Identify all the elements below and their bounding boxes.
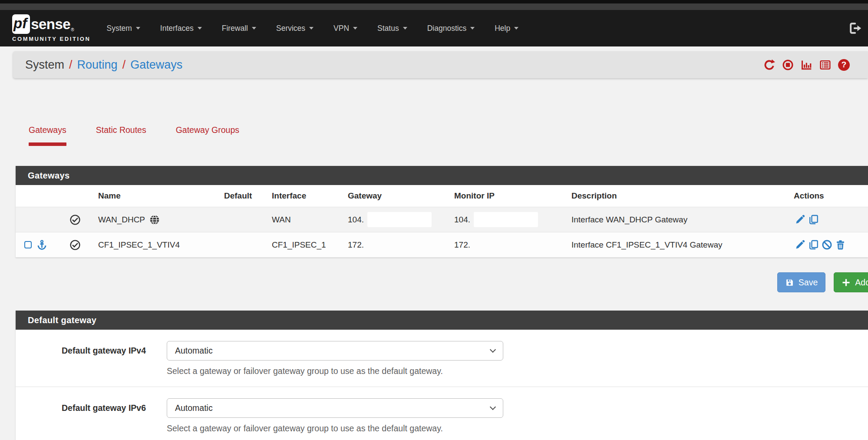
- logo-pf: pf: [12, 14, 30, 34]
- chevron-down-icon: [514, 27, 518, 30]
- table-row: CF1_IPSEC_1_VTIV4 CF1_IPSEC_1 172. 172. …: [16, 232, 868, 258]
- nav-menu-services[interactable]: Services: [266, 24, 323, 33]
- chevron-down-icon: [198, 27, 202, 30]
- column-interface: Interface: [263, 185, 339, 207]
- window-top-strip: [0, 0, 868, 3]
- chevron-down-icon: [136, 27, 140, 30]
- nav-menu-firewall[interactable]: Firewall: [212, 24, 266, 33]
- breadcrumb-separator: /: [122, 58, 126, 72]
- default-cell: [215, 232, 263, 258]
- selected-value: Automatic: [175, 346, 213, 356]
- redacted-value: [367, 212, 432, 227]
- status-enabled-icon: [69, 239, 81, 251]
- monitor-ip: 104.: [454, 215, 470, 225]
- gateway-name: WAN_DHCP: [98, 215, 145, 225]
- gateways-table: Name Default Interface Gateway Monitor I…: [16, 185, 868, 258]
- field-help-text: Select a gateway or failover gateway gro…: [167, 423, 503, 433]
- nav-menu-label: Help: [495, 24, 510, 33]
- nav-menu-help[interactable]: Help: [485, 24, 528, 33]
- logo-edition: COMMUNITY EDITION: [12, 36, 90, 42]
- breadcrumb-section: System: [25, 58, 64, 72]
- chevron-down-icon: [403, 27, 407, 30]
- logo-registered-mark: ®: [71, 27, 74, 32]
- nav-menu-label: Firewall: [222, 24, 248, 33]
- breadcrumb-separator: /: [69, 58, 73, 72]
- pfsense-logo: pf sense ® COMMUNITY EDITION: [12, 14, 90, 42]
- save-icon: [785, 278, 794, 287]
- top-navbar: pf sense ® COMMUNITY EDITION System Inte…: [0, 10, 868, 46]
- copy-icon[interactable]: [808, 239, 819, 250]
- nav-menu-interfaces[interactable]: Interfaces: [150, 24, 212, 33]
- add-button[interactable]: Add: [834, 272, 868, 292]
- disable-icon[interactable]: [822, 239, 832, 250]
- nav-menu-label: Status: [377, 24, 399, 33]
- description-cell: Interface WAN_DHCP Gateway: [563, 207, 793, 232]
- table-header-row: Name Default Interface Gateway Monitor I…: [16, 185, 868, 207]
- row-checkbox[interactable]: [24, 241, 32, 248]
- save-button[interactable]: Save: [777, 272, 825, 292]
- nav-menu-label: Interfaces: [160, 24, 194, 33]
- stop-icon[interactable]: [782, 59, 794, 71]
- logo-sense: sense: [31, 16, 70, 33]
- main-menu: System Interfaces Firewall Services VPN …: [96, 24, 528, 33]
- sign-out-icon[interactable]: [849, 22, 862, 35]
- edit-icon[interactable]: [795, 214, 805, 225]
- default-gateway-ipv6-row: Default gateway IPv6 Automatic Select a …: [16, 387, 868, 440]
- field-label: Default gateway IPv4: [16, 341, 146, 387]
- default-gateway-ipv4-row: Default gateway IPv4 Automatic Select a …: [16, 330, 868, 387]
- tab-static-routes[interactable]: Static Routes: [83, 125, 159, 146]
- monitor-ip: 172.: [446, 232, 563, 258]
- nav-menu-label: System: [106, 24, 132, 33]
- breadcrumb-link-gateways[interactable]: Gateways: [130, 58, 182, 72]
- field-label: Default gateway IPv6: [16, 398, 146, 440]
- log-icon[interactable]: [819, 59, 831, 71]
- gateway-name: CF1_IPSEC_1_VTIV4: [89, 232, 215, 258]
- delete-icon[interactable]: [835, 239, 846, 250]
- nav-menu-status[interactable]: Status: [367, 24, 417, 33]
- plus-icon: [842, 278, 851, 287]
- nav-menu-system[interactable]: System: [96, 24, 150, 33]
- add-button-label: Add: [855, 278, 868, 288]
- tab-label: Gateways: [29, 125, 66, 135]
- edit-icon[interactable]: [795, 239, 805, 250]
- gateway-ip: 104.: [348, 215, 364, 225]
- help-icon[interactable]: ?: [838, 59, 850, 71]
- panel-title: Gateways: [16, 166, 868, 185]
- window-title-strip: [0, 3, 868, 10]
- interface-cell: WAN: [263, 207, 339, 232]
- chevron-down-icon: [309, 27, 314, 30]
- routing-tabs: Gateways Static Routes Gateway Groups: [16, 125, 868, 146]
- nav-menu-label: Diagnostics: [427, 24, 466, 33]
- tab-label: Gateway Groups: [176, 125, 239, 135]
- breadcrumb-link-routing[interactable]: Routing: [77, 58, 118, 72]
- default-gateway-ipv6-select[interactable]: Automatic: [167, 398, 503, 418]
- tab-gateway-groups[interactable]: Gateway Groups: [163, 125, 252, 146]
- interface-cell: CF1_IPSEC_1: [263, 232, 339, 258]
- redacted-value: [474, 212, 538, 227]
- nav-menu-diagnostics[interactable]: Diagnostics: [417, 24, 485, 33]
- selected-value: Automatic: [175, 403, 213, 413]
- nav-menu-vpn[interactable]: VPN: [323, 24, 367, 33]
- breadcrumb: System / Routing / Gateways: [25, 58, 182, 72]
- chevron-down-icon: [252, 27, 256, 30]
- copy-icon[interactable]: [808, 214, 819, 225]
- column-actions: Actions: [793, 185, 868, 207]
- tab-gateways[interactable]: Gateways: [16, 125, 79, 146]
- breadcrumb-panel: System / Routing / Gateways: [13, 51, 868, 78]
- column-select: [16, 185, 89, 207]
- default-cell: [215, 207, 263, 232]
- anchor-icon[interactable]: [36, 239, 47, 250]
- status-enabled-icon: [69, 214, 81, 225]
- default-gateway-ipv4-select[interactable]: Automatic: [167, 341, 503, 361]
- refresh-icon[interactable]: [763, 59, 775, 71]
- globe-icon: [149, 214, 160, 225]
- description-cell: Interface CF1_IPSEC_1_VTIV4 Gateway: [563, 232, 793, 258]
- gateway-ip: 172.: [339, 232, 446, 258]
- nav-menu-label: VPN: [333, 24, 349, 33]
- gateways-panel: Gateways Name Default Interface Gateway …: [16, 166, 868, 258]
- table-row: WAN_DHCP WAN 104.: [16, 207, 868, 232]
- chevron-down-icon: [470, 27, 475, 30]
- column-name: Name: [89, 185, 215, 207]
- chart-icon[interactable]: [801, 59, 812, 71]
- column-gateway: Gateway: [339, 185, 446, 207]
